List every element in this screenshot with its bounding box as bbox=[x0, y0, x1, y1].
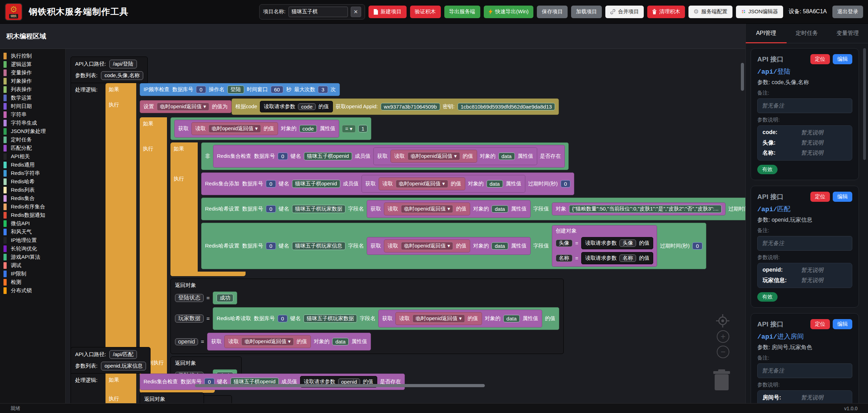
toolbox-category[interactable]: 匹配分配 bbox=[0, 144, 65, 152]
note-input[interactable]: 暂无备注 bbox=[757, 363, 852, 378]
toolbox-category[interactable]: 检测 bbox=[0, 278, 65, 286]
block-field-txt[interactable]: 猫咪五子棋玩家信息 bbox=[292, 242, 345, 250]
toolbox-category[interactable]: 变量操作 bbox=[0, 68, 65, 77]
block-compare-equals[interactable]: 获取 读取临时openid返回值 ▾的值 对象的code属性值 = ▾ 1 bbox=[170, 117, 371, 140]
api-block-match[interactable]: API入口路径: /api/匹配 参数列表: openid,玩家信息 处理逻辑: bbox=[71, 347, 405, 403]
block-redis-set-add[interactable]: Redis集合添加数据库号0键名猫咪五子棋openid成员值 获取 读取临时op… bbox=[201, 172, 574, 195]
block-field-tag[interactable]: 头像 bbox=[619, 239, 636, 247]
locate-button[interactable]: 定位 bbox=[810, 192, 830, 202]
block-redis-set-check[interactable]: Redis集合检查数据库号0键名猫咪五子棋openid成员值 读取请求参数ope… bbox=[140, 374, 405, 390]
block-read-variable[interactable]: 读取临时openid返回值 ▾的值 bbox=[191, 122, 278, 135]
toolbox-category[interactable]: 字符串 bbox=[0, 110, 65, 119]
toolbox-category[interactable]: 数学运算 bbox=[0, 94, 65, 102]
block-field-dd[interactable]: = ▾ bbox=[342, 125, 355, 133]
export-server-button[interactable]: 导出服务端 bbox=[444, 6, 480, 18]
locate-button[interactable]: 定位 bbox=[810, 54, 830, 64]
block-field-dd[interactable]: 临时openid返回值 ▾ bbox=[157, 103, 209, 111]
block-read-request-param-code[interactable]: 读取请求参数code的值 bbox=[260, 101, 333, 112]
block-field-dd[interactable]: 临时openid返回值 ▾ bbox=[401, 242, 453, 250]
toolbox-category[interactable]: 对象操作 bbox=[0, 77, 65, 85]
block-field-num[interactable]: 0 bbox=[196, 86, 206, 93]
block-field-tag[interactable]: 登陆状态 bbox=[175, 294, 204, 302]
block-field-num[interactable]: 0 bbox=[266, 242, 276, 250]
zoom-reset-button[interactable] bbox=[716, 314, 729, 329]
block-field-tag[interactable]: 头像 bbox=[556, 239, 572, 247]
logout-button[interactable]: 退出登录 bbox=[832, 6, 863, 18]
block-redis-hash-set-playerdata[interactable]: Redis哈希设置数据库号0键名猫咪五子棋玩家数据字段名 获取 读取临时open… bbox=[201, 198, 745, 220]
block-read-variable[interactable]: 读取临时openid返回值 ▾的值 bbox=[391, 150, 477, 163]
block-field-dd[interactable]: 临时openid返回值 ▾ bbox=[401, 205, 453, 213]
block-field-num[interactable]: 0 bbox=[266, 205, 276, 213]
edit-button[interactable]: 编辑 bbox=[833, 192, 852, 202]
block-field-num[interactable]: 0 bbox=[266, 180, 276, 187]
toolbox-category[interactable]: Redis哈希 bbox=[0, 177, 65, 186]
block-field-dd[interactable]: 临时openid返回值 ▾ bbox=[241, 338, 294, 346]
blockly-canvas[interactable]: API入口路径: /api/登陆 参数列表: code,头像,名称 处理逻辑: bbox=[66, 49, 745, 403]
edit-button[interactable]: 编辑 bbox=[833, 54, 852, 64]
block-field-tag[interactable]: code bbox=[298, 103, 316, 110]
merge-project-button[interactable]: 合并项目 bbox=[605, 6, 644, 18]
clean-blocks-button[interactable]: 清理积木 bbox=[647, 6, 685, 18]
toolbox-category[interactable]: Redis有序集合 bbox=[0, 202, 65, 211]
block-field-txt[interactable]: {"猫粮数量":50,"当前段位":0,"皮肤1":"是","皮肤2":"否",… bbox=[569, 205, 722, 213]
block-return-object-success[interactable]: 返回对象 登陆状态= 成功 玩家数据= bbox=[170, 279, 564, 354]
toolbox-category[interactable]: 分布式锁 bbox=[0, 286, 65, 295]
block-read-variable[interactable]: 读取临时openid返回值 ▾的值 bbox=[224, 335, 311, 348]
block-field-txt[interactable]: 成功 bbox=[217, 294, 233, 302]
block-get-property-data[interactable]: 获取 读取临时openid返回值 ▾的值 对象的data属性值 bbox=[367, 237, 531, 255]
canvas-horizontal-scrollbar[interactable] bbox=[195, 384, 485, 387]
block-read-variable[interactable]: 读取临时openid返回值 ▾的值 bbox=[395, 312, 482, 325]
block-logic-not[interactable]: 非 Redis集合检查数据库号0键名猫咪五子棋openid成员值 获取 bbox=[201, 142, 569, 170]
block-read-request-param-name[interactable]: 读取请求参数名称的值 bbox=[581, 252, 653, 264]
block-field-tag[interactable]: openid bbox=[175, 338, 198, 345]
block-field-num[interactable]: 3 bbox=[318, 86, 328, 93]
canvas-vertical-scrollbar[interactable] bbox=[741, 63, 744, 91]
block-object-literal[interactable]: 对象{"猫粮数量":50,"当前段位":0,"皮肤1":"是","皮肤2":"否… bbox=[552, 202, 726, 215]
api-params-field[interactable]: openid,玩家信息 bbox=[101, 362, 146, 370]
api-entry-block[interactable]: API入口路径: /api/登陆 参数列表: code,头像,名称 bbox=[71, 57, 148, 83]
toolbox-category[interactable]: 逻辑运算 bbox=[0, 60, 65, 68]
toolbox-category[interactable]: Redis集合 bbox=[0, 194, 65, 202]
load-project-button[interactable]: 加载项目 bbox=[571, 6, 602, 18]
locate-button[interactable]: 定位 bbox=[810, 319, 830, 329]
block-read-variable[interactable]: 读取临时openid返回值 ▾的值 bbox=[384, 239, 471, 252]
block-read-request-param-avatar[interactable]: 读取请求参数头像的值 bbox=[581, 237, 653, 249]
server-config-button[interactable]: ⚙ 服务端配置 bbox=[688, 6, 732, 18]
block-field-tag[interactable]: 名称 bbox=[619, 255, 636, 262]
note-input[interactable]: 暂无备注 bbox=[757, 98, 852, 113]
trash-dropzone[interactable] bbox=[713, 369, 731, 392]
toolbox-category[interactable]: 和风天气 bbox=[0, 228, 65, 236]
block-field-txt[interactable]: 1 bbox=[358, 125, 367, 132]
block-field-txt[interactable]: data bbox=[491, 242, 508, 250]
api-entry-path-field[interactable]: /api/登陆 bbox=[109, 60, 137, 68]
toolbox-category[interactable]: Redis列表 bbox=[0, 186, 65, 194]
block-field-txt[interactable]: 1cbc810b69d5939dfd562d0ae9da8d13 bbox=[458, 103, 555, 110]
block-field-dd[interactable]: 临时openid返回值 ▾ bbox=[408, 152, 460, 160]
block-field-dd[interactable]: 临时openid返回值 ▾ bbox=[209, 125, 261, 133]
block-get-property-data[interactable]: 获取 读取临时openid返回值 ▾的值 对象的data属性值 bbox=[362, 175, 525, 193]
tab-api-management[interactable]: API管理 bbox=[746, 24, 787, 43]
block-field-tag[interactable]: 玩家数据 bbox=[175, 315, 204, 323]
toolbox-category[interactable]: API相关 bbox=[0, 152, 65, 161]
block-field-txt[interactable]: data bbox=[498, 153, 515, 160]
block-field-txt[interactable]: data bbox=[503, 315, 520, 322]
block-get-property-data[interactable]: 获取 读取临时openid返回值 ▾的值 对象的data属性值 bbox=[378, 310, 542, 327]
block-field-num[interactable]: 60 bbox=[271, 86, 284, 93]
block-field-txt[interactable]: data bbox=[491, 205, 508, 213]
block-get-property-code[interactable]: 获取 读取临时openid返回值 ▾的值 对象的code属性值 bbox=[174, 120, 339, 138]
block-field-txt[interactable]: 猫咪五子棋openid bbox=[292, 180, 340, 188]
block-field-dd[interactable]: 临时openid返回值 ▾ bbox=[396, 180, 448, 188]
block-field-txt[interactable]: wx9377a3b71064509b bbox=[381, 103, 440, 110]
tab-cron-tasks[interactable]: 定时任务 bbox=[787, 24, 827, 43]
toolbox-category[interactable]: Redis通用 bbox=[0, 161, 65, 169]
save-project-button[interactable]: 保存项目 bbox=[537, 6, 568, 18]
block-get-openid-by-code[interactable]: 根据code 读取请求参数code的值 获取openid Appid:wx937… bbox=[232, 98, 559, 115]
toolbox-category[interactable]: 列表操作 bbox=[0, 85, 65, 94]
block-field-txt[interactable]: 猫咪五子棋openid bbox=[304, 152, 352, 160]
block-field-dd[interactable]: 临时openid返回值 ▾ bbox=[413, 315, 465, 323]
block-get-property-data[interactable]: 获取 读取临时openid返回值 ▾的值 对象的data属性值 bbox=[373, 147, 537, 165]
api-entry-block[interactable]: API入口路径: /api/匹配 参数列表: openid,玩家信息 bbox=[71, 347, 151, 374]
block-return-object-match[interactable]: 返回对象 数据= 等待匹配 bbox=[140, 392, 204, 403]
api-entry-path-field[interactable]: /api/匹配 bbox=[109, 350, 137, 359]
api-params-field[interactable]: code,头像,名称 bbox=[101, 71, 143, 80]
